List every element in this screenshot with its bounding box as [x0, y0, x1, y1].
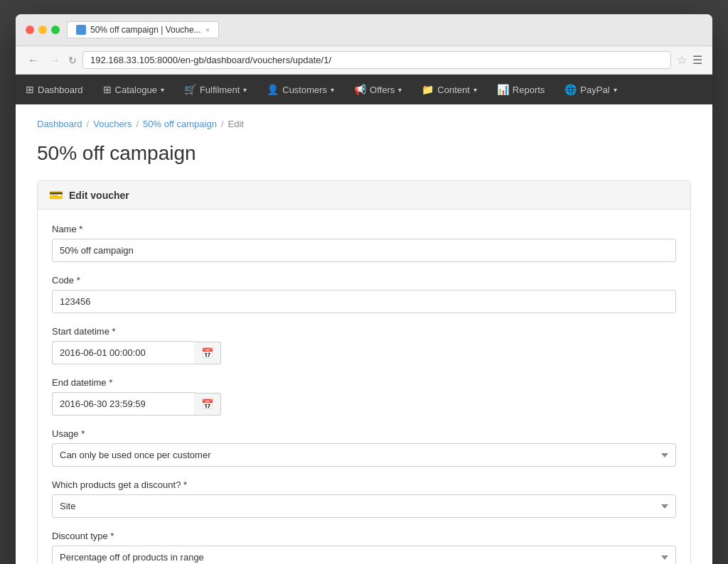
usage-select[interactable]: Can only be used once per customer Can b…	[52, 443, 676, 467]
breadcrumb: Dashboard / Vouchers / 50% off campaign …	[37, 119, 691, 129]
code-label: Code *	[52, 275, 676, 286]
end-datetime-input-group: 📅	[52, 392, 676, 416]
card-header-title: Edit voucher	[69, 190, 129, 201]
card-header: 💳 Edit voucher	[38, 181, 690, 210]
nav-item-content[interactable]: 📁 Content ▾	[412, 75, 487, 104]
fulfilment-caret: ▾	[243, 86, 247, 94]
traffic-lights	[26, 26, 60, 34]
page-content: Dashboard / Vouchers / 50% off campaign …	[16, 104, 712, 564]
nav-item-customers[interactable]: 👤 Customers ▾	[257, 75, 344, 104]
breadcrumb-sep-3: /	[221, 119, 224, 129]
tab-favicon	[76, 25, 86, 35]
nav-label-catalogue: Catalogue	[115, 85, 157, 95]
paypal-caret: ▾	[614, 86, 617, 94]
discount-type-select[interactable]: Percentage off of products in range Fixe…	[52, 546, 676, 564]
nav-label-dashboard: Dashboard	[38, 85, 83, 95]
discount-type-label: Discount type *	[52, 531, 676, 541]
nav-item-catalogue[interactable]: ⊞ Catalogue ▾	[93, 75, 174, 104]
form-group-products-discount: Which products get a discount? * Site Sp…	[52, 479, 676, 518]
start-datetime-input-group: 📅	[52, 341, 676, 364]
nav-label-offers: Offers	[370, 85, 395, 95]
browser-tab[interactable]: 50% off campaign | Vouche... ×	[67, 21, 219, 38]
paypal-icon: 🌐	[564, 84, 577, 95]
end-datetime-label: End datetime *	[52, 377, 676, 388]
name-label: Name *	[52, 224, 676, 234]
catalogue-icon: ⊞	[103, 84, 112, 95]
nav-label-fulfilment: Fulfilment	[200, 85, 240, 95]
offers-caret: ▾	[398, 86, 402, 94]
end-datetime-input[interactable]	[52, 392, 194, 416]
address-bar: ← → ↻ ☆ ☰	[16, 46, 712, 75]
back-button[interactable]: ←	[26, 54, 41, 67]
nav-label-paypal: PayPal	[580, 85, 609, 95]
breadcrumb-campaign[interactable]: 50% off campaign	[143, 119, 217, 129]
close-button[interactable]	[26, 26, 34, 34]
title-bar: 50% off campaign | Vouche... ×	[16, 14, 712, 46]
start-datetime-calendar-icon[interactable]: 📅	[194, 342, 221, 364]
products-discount-select[interactable]: Site Specific products Specific categori…	[52, 494, 676, 518]
menu-icon[interactable]: ☰	[692, 53, 702, 67]
offers-icon: 📢	[354, 84, 366, 95]
card-body: Name * Code * Start datetime * 📅	[38, 210, 690, 564]
minimize-button[interactable]	[38, 26, 47, 34]
maximize-button[interactable]	[51, 26, 60, 34]
breadcrumb-edit: Edit	[228, 119, 244, 129]
start-datetime-input[interactable]	[52, 341, 194, 364]
end-datetime-calendar-icon[interactable]: 📅	[194, 393, 221, 416]
tab-title: 50% off campaign | Vouche...	[90, 25, 201, 35]
reports-icon: 📊	[497, 84, 509, 95]
breadcrumb-vouchers[interactable]: Vouchers	[93, 119, 132, 129]
fulfilment-icon: 🛒	[184, 84, 196, 95]
breadcrumb-dashboard[interactable]: Dashboard	[37, 119, 82, 129]
nav-item-paypal[interactable]: 🌐 PayPal ▾	[555, 75, 626, 104]
page-title: 50% off campaign	[37, 142, 691, 165]
breadcrumb-sep-1: /	[87, 119, 90, 129]
nav-item-dashboard[interactable]: ⊞ Dashboard	[16, 75, 93, 104]
tab-area: 50% off campaign | Vouche... ×	[67, 21, 702, 38]
tab-close-icon[interactable]: ×	[205, 26, 210, 34]
usage-label: Usage *	[52, 428, 676, 439]
name-input[interactable]	[52, 239, 676, 262]
form-group-name: Name *	[52, 224, 676, 262]
url-input[interactable]	[82, 51, 671, 69]
nav-label-customers: Customers	[282, 85, 327, 95]
customers-icon: 👤	[267, 84, 279, 95]
nav-item-reports[interactable]: 📊 Reports	[487, 75, 555, 104]
catalogue-caret: ▾	[161, 86, 164, 94]
refresh-button[interactable]: ↻	[68, 55, 77, 66]
products-discount-label: Which products get a discount? *	[52, 479, 676, 490]
form-group-discount-type: Discount type * Percentage off of produc…	[52, 531, 676, 564]
browser-window: 50% off campaign | Vouche... × ← → ↻ ☆ ☰…	[16, 14, 712, 564]
bookmark-icon[interactable]: ☆	[677, 53, 687, 67]
edit-voucher-card: 💳 Edit voucher Name * Code * Start datet…	[37, 180, 691, 564]
start-datetime-label: Start datetime *	[52, 326, 676, 337]
nav-bar: ⊞ Dashboard ⊞ Catalogue ▾ 🛒 Fulfilment ▾…	[16, 75, 712, 104]
breadcrumb-sep-2: /	[136, 119, 139, 129]
nav-label-content: Content	[437, 85, 470, 95]
content-caret: ▾	[473, 86, 477, 94]
form-group-end-datetime: End datetime * 📅	[52, 377, 676, 416]
customers-caret: ▾	[331, 86, 334, 94]
nav-item-offers[interactable]: 📢 Offers ▾	[344, 75, 412, 104]
form-group-start-datetime: Start datetime * 📅	[52, 326, 676, 364]
voucher-icon: 💳	[49, 188, 63, 202]
nav-item-fulfilment[interactable]: 🛒 Fulfilment ▾	[174, 75, 257, 104]
code-input[interactable]	[52, 290, 676, 313]
form-group-code: Code *	[52, 275, 676, 313]
form-group-usage: Usage * Can only be used once per custom…	[52, 428, 676, 467]
content-icon: 📁	[422, 84, 434, 95]
forward-button[interactable]: →	[47, 54, 63, 67]
dashboard-icon: ⊞	[26, 84, 34, 95]
nav-label-reports: Reports	[513, 85, 545, 95]
